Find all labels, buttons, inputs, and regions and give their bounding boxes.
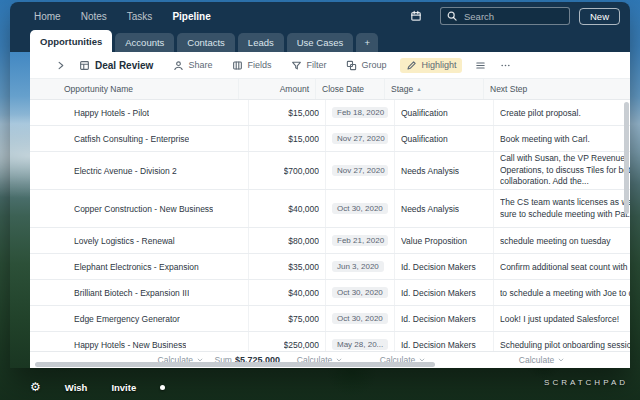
cell-amount[interactable]: $700,000 [249, 152, 326, 189]
tab-strip: OpportunitiesAccountsContactsLeadsUse Ca… [10, 30, 630, 52]
nav-item-pipeline[interactable]: Pipeline [172, 11, 210, 22]
search-input[interactable] [462, 10, 564, 23]
cell-opportunity-name[interactable]: Happy Hotels - Pilot [30, 100, 249, 125]
horizontal-scrollbar[interactable] [35, 362, 435, 367]
search-box[interactable] [440, 7, 570, 25]
cell-opportunity-name[interactable]: Electric Avenue - Division 2 [30, 152, 249, 189]
tab-accounts[interactable]: Accounts [115, 33, 174, 52]
date-badge: Feb 18, 2020 [332, 107, 388, 118]
cell-amount[interactable]: $80,000 [249, 228, 326, 253]
share-button[interactable]: Share [167, 58, 218, 73]
column-header-close-date[interactable]: Close Date [316, 79, 385, 99]
table-row: Elephant Electronics - Expansion $35,000… [30, 254, 630, 280]
view-selector[interactable]: Deal Review [79, 60, 153, 71]
fields-button[interactable]: Fields [226, 58, 277, 73]
cell-next-step[interactable]: Create pilot proposal. [494, 100, 630, 125]
cell-next-step[interactable]: Book meeting with Carl. [494, 126, 630, 151]
table-body: Happy Hotels - Pilot $15,000 Feb 18, 202… [30, 100, 630, 351]
cell-opportunity-name[interactable]: Copper Construction - New Business [30, 190, 249, 227]
cell-next-step[interactable]: The CS team wants licenses as well. Be s… [494, 190, 630, 227]
cell-stage[interactable]: Id. Decision Makers [395, 280, 494, 305]
expand-view-button[interactable] [50, 58, 71, 73]
calendar-button[interactable] [405, 8, 427, 24]
cell-close-date[interactable]: Nov 27, 2020 [326, 126, 395, 151]
cell-next-step[interactable]: Call with Susan, the VP Revenue Operatio… [494, 152, 630, 189]
date-badge: Jun 3, 2020 [332, 261, 384, 272]
tab-leads[interactable]: Leads [238, 33, 284, 52]
gear-icon[interactable]: ⚙ [30, 381, 41, 393]
table-row: Brilliant Biotech - Expansion III $40,00… [30, 280, 630, 306]
search-icon [446, 10, 458, 22]
cell-opportunity-name[interactable]: Elephant Electronics - Expansion [30, 254, 249, 279]
data-grid: Opportunity Name Amount Close Date Stage… [30, 79, 630, 368]
filter-button[interactable]: Filter [285, 58, 332, 73]
tab-use-cases[interactable]: Use Cases [287, 33, 353, 52]
cell-amount[interactable]: $40,000 [249, 280, 326, 305]
pen-icon [406, 60, 417, 71]
table-row: Happy Hotels - New Business $250,000 May… [30, 332, 630, 351]
table-row: Copper Construction - New Business $40,0… [30, 190, 630, 228]
column-header-next-step[interactable]: Next Step [484, 79, 630, 99]
tab-contacts[interactable]: Contacts [177, 33, 235, 52]
cell-amount[interactable]: $75,000 [249, 306, 326, 331]
cell-opportunity-name[interactable]: Edge Emergency Generator [30, 306, 249, 331]
highlight-button[interactable]: Highlight [400, 58, 462, 73]
group-icon [346, 60, 357, 71]
toolbar-buttons: Share Fields Filter Group Highlight [167, 58, 470, 73]
cell-close-date[interactable]: Nov 27, 2020 [326, 152, 395, 189]
column-header-amount[interactable]: Amount [239, 79, 316, 99]
date-badge: Oct 30, 2020 [332, 313, 388, 324]
cell-next-step[interactable]: to schedule a meeting with Joe to create… [494, 280, 630, 305]
group-button[interactable]: Group [340, 58, 392, 73]
table-header-row: Opportunity Name Amount Close Date Stage… [30, 79, 630, 100]
new-button[interactable]: New [579, 8, 620, 25]
date-badge: Oct 30, 2020 [332, 287, 388, 298]
cell-stage[interactable]: Needs Analysis [395, 152, 494, 189]
footer-calculate-next[interactable]: Calculate [452, 352, 630, 368]
tab-opportunities[interactable]: Opportunities [30, 30, 112, 52]
status-dot [160, 385, 165, 390]
cell-opportunity-name[interactable]: Catfish Consulting - Enterprise [30, 126, 249, 151]
nav-item-notes[interactable]: Notes [81, 11, 107, 22]
more-options-button[interactable] [495, 58, 516, 73]
cell-next-step[interactable]: Scheduling pilot onboarding session for … [494, 332, 630, 351]
dock-item-invite[interactable]: Invite [111, 382, 136, 393]
cell-close-date[interactable]: Oct 30, 2020 [326, 280, 395, 305]
cell-stage[interactable]: Id. Decision Makers [395, 306, 494, 331]
date-badge: Nov 27, 2020 [332, 133, 388, 144]
dock-item-wish[interactable]: Wish [65, 382, 88, 393]
cell-stage[interactable]: Qualification [395, 100, 494, 125]
cell-close-date[interactable]: Jun 3, 2020 [326, 254, 395, 279]
vertical-scrollbar[interactable] [624, 102, 629, 214]
cell-opportunity-name[interactable]: Happy Hotels - New Business [30, 332, 249, 351]
cell-stage[interactable]: Id. Decision Makers [395, 332, 494, 351]
cell-next-step[interactable]: schedule meeting on tuesday [494, 228, 630, 253]
cell-next-step[interactable]: Look! I just updated Salesforce! [494, 306, 630, 331]
topbar-right: New [405, 7, 620, 25]
window-chrome: HomeNotesTasksPipeline New Opportunities… [10, 2, 630, 52]
cell-close-date[interactable]: May 28, 20... [326, 332, 395, 351]
row-height-button[interactable] [470, 58, 491, 73]
cell-stage[interactable]: Qualification [395, 126, 494, 151]
cell-amount[interactable]: $15,000 [249, 100, 326, 125]
cell-opportunity-name[interactable]: Lovely Logistics - Renewal [30, 228, 249, 253]
cell-close-date[interactable]: Oct 30, 2020 [326, 190, 395, 227]
nav-item-home[interactable]: Home [34, 11, 61, 22]
cell-amount[interactable]: $250,000 [249, 332, 326, 351]
nav-item-tasks[interactable]: Tasks [127, 11, 153, 22]
desktop-wallpaper: HomeNotesTasksPipeline New Opportunities… [0, 0, 640, 400]
column-header-stage[interactable]: Stage ▲ [385, 79, 484, 99]
cell-close-date[interactable]: Feb 21, 2020 [326, 228, 395, 253]
cell-stage[interactable]: Needs Analysis [395, 190, 494, 227]
add-tab-button[interactable]: + [356, 33, 378, 52]
cell-amount[interactable]: $40,000 [249, 190, 326, 227]
cell-stage[interactable]: Id. Decision Makers [395, 254, 494, 279]
cell-close-date[interactable]: Oct 30, 2020 [326, 306, 395, 331]
cell-amount[interactable]: $35,000 [249, 254, 326, 279]
cell-next-step[interactable]: Confirm additional seat count with Ellie… [494, 254, 630, 279]
column-header-opportunity-name[interactable]: Opportunity Name [30, 79, 239, 99]
cell-opportunity-name[interactable]: Brilliant Biotech - Expansion III [30, 280, 249, 305]
cell-amount[interactable]: $15,000 [249, 126, 326, 151]
cell-close-date[interactable]: Feb 18, 2020 [326, 100, 395, 125]
cell-stage[interactable]: Value Proposition [395, 228, 494, 253]
